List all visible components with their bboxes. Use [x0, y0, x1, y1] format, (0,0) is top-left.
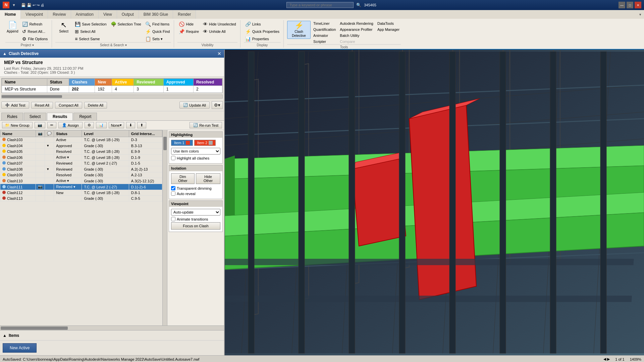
3d-viewport[interactable]: [225, 50, 644, 355]
focus-on-clash-button[interactable]: Focus on Clash: [171, 222, 220, 230]
sets-button[interactable]: 📋 Sets ▾: [144, 36, 171, 42]
compare-button[interactable]: Compare: [338, 39, 375, 44]
reset-all-button[interactable]: ↺ Reset All...: [21, 28, 49, 35]
tab-output[interactable]: Output: [117, 10, 139, 19]
compact-all-button[interactable]: Compact All: [55, 102, 82, 109]
table-row[interactable]: Clash106 Active ▾ T.C. @ Level 1B (-28) …: [0, 155, 162, 161]
table-row[interactable]: Clash113 Grade (-30) C.9-5: [0, 196, 162, 201]
select-all-button[interactable]: ⊞ Select All: [73, 28, 108, 35]
tab-bim360[interactable]: BIM 360 Glue: [139, 10, 173, 19]
auto-reveal-checkbox[interactable]: [171, 191, 175, 196]
delete-all-button[interactable]: Delete All: [84, 102, 107, 109]
quantification-button[interactable]: Quantification: [312, 27, 337, 32]
icon-btn-1[interactable]: 📷: [35, 122, 45, 128]
properties-button[interactable]: 📊 Properties: [244, 36, 281, 42]
save-selection-button[interactable]: 💾 Save Selection: [73, 21, 108, 27]
refresh-button[interactable]: 🔄 Refresh: [21, 21, 49, 27]
table-row[interactable]: Clash104 ▾ Approved Grade (-30) B.3-13: [0, 143, 162, 149]
find-items-button[interactable]: 🔍 Find Items: [144, 21, 171, 27]
none-dropdown[interactable]: None ▾: [109, 122, 124, 128]
collapse-icon[interactable]: ▲: [3, 51, 7, 56]
table-row-selected[interactable]: Clash111 📷 Reviewed ▾ T.C. @ Level 2 (-2…: [0, 184, 162, 190]
item2-button[interactable]: Item 2: [194, 140, 216, 146]
viewpoint-dropdown[interactable]: Auto-update: [171, 209, 220, 216]
selection-tree-button[interactable]: 🌳 Selection Tree: [109, 21, 143, 27]
datatools-button[interactable]: DataTools: [376, 21, 401, 26]
highlight-all-checkbox[interactable]: [171, 156, 175, 160]
tab-viewpoint[interactable]: Viewpoint: [21, 10, 48, 19]
quick-properties-button[interactable]: ⚡ Quick Properties: [244, 28, 281, 35]
table-row[interactable]: Clash103 Active T.C. @ Level 1B (-29) D-…: [0, 137, 162, 143]
icon-btn-2[interactable]: ✏: [47, 122, 56, 128]
collapse-items-icon[interactable]: ▲: [3, 333, 7, 338]
append-button[interactable]: 📄 Append: [5, 21, 19, 34]
icon-btn-5[interactable]: ⬇: [126, 122, 135, 128]
autodesk-rendering-button[interactable]: Autodesk Rendering: [338, 21, 375, 26]
settings-button[interactable]: ⚙▾: [212, 101, 223, 109]
icon-btn-6[interactable]: ⬆: [137, 122, 146, 128]
dim-other-button[interactable]: Dim Other: [171, 173, 195, 184]
tab-view[interactable]: View: [99, 10, 117, 19]
file-options-button[interactable]: ⚙ File Options: [21, 36, 49, 42]
table-row[interactable]: Clash110 Active ▾ Grade (-30) A.3(2)-12.…: [0, 178, 162, 184]
window-controls[interactable]: — □ ✕: [619, 2, 641, 8]
col-clash-name[interactable]: Name: [0, 130, 36, 137]
hide-other-button[interactable]: Hide Other: [196, 173, 220, 184]
table-row[interactable]: Clash105 Resolved T.C. @ Level 1B (-28) …: [0, 149, 162, 155]
table-row[interactable]: Clash112 New T.C. @ Level 1B (-28) D.8-1: [0, 190, 162, 196]
require-button[interactable]: 📌 Require: [177, 28, 200, 35]
unhide-all-button[interactable]: 👁 Unhide All: [202, 28, 237, 35]
hide-button[interactable]: 🚫 Hide: [177, 21, 200, 27]
hide-unselected-button[interactable]: 👁 Hide Unselected: [202, 21, 237, 27]
tab-review[interactable]: Review: [48, 10, 71, 19]
icon-btn-3[interactable]: ⚙: [85, 122, 94, 128]
tab-select[interactable]: Select: [24, 113, 46, 120]
add-test-button[interactable]: ➕ Add Test: [1, 102, 29, 109]
close-button[interactable]: ✕: [635, 2, 641, 8]
timeliner-button[interactable]: TimeLiner: [312, 21, 337, 26]
nav-arrows[interactable]: ◀ ▶: [603, 357, 610, 361]
panel-close-button[interactable]: ✕: [217, 51, 221, 56]
table-row[interactable]: MEP vs Structure Done 202 192 4 3 1 2: [2, 86, 222, 93]
transparent-dimming-checkbox[interactable]: [171, 186, 175, 190]
tab-animation[interactable]: Animation: [71, 10, 99, 19]
reset-all-button[interactable]: Reset All: [31, 102, 53, 109]
appearance-profiler-button[interactable]: Appearance Profiler: [338, 27, 375, 32]
rerun-test-button[interactable]: 🔄 Re-run Test: [190, 122, 222, 128]
update-all-button[interactable]: 🔄 Update All: [179, 102, 210, 109]
links-button[interactable]: 🔗 Links: [244, 21, 281, 27]
tab-rules[interactable]: Rules: [1, 113, 23, 120]
app-manager-button[interactable]: App Manager: [376, 27, 401, 32]
select-same-button[interactable]: ≡ Select Same: [73, 36, 108, 42]
animate-transitions-checkbox[interactable]: [171, 217, 175, 221]
select-button[interactable]: ↖ Select: [55, 21, 72, 34]
vertical-scrollbar[interactable]: [162, 130, 167, 325]
col-grid[interactable]: Grid Interse...: [129, 130, 162, 137]
col-clash-status[interactable]: Status: [54, 130, 82, 137]
color-dropdown[interactable]: Use item colors: [171, 148, 220, 155]
batch-utility-button[interactable]: Batch Utility: [338, 33, 375, 38]
table-row[interactable]: Clash108 ▾ Reviewed Grade (-30) A.2(-2)-…: [0, 166, 162, 172]
new-active-button[interactable]: New Active: [3, 343, 37, 353]
assign-button[interactable]: 👤 Assign: [58, 122, 83, 128]
table-row[interactable]: Clash107 Reviewed T.C. @ Level 2 (-27) D…: [0, 161, 162, 166]
animator-button[interactable]: Animator: [312, 33, 337, 38]
tab-render[interactable]: Render: [173, 10, 196, 19]
col-clash-level[interactable]: Level: [82, 130, 129, 137]
item1-button[interactable]: Item 1: [171, 140, 193, 146]
quick-find-button[interactable]: ⚡ Quick Find: [144, 28, 171, 35]
table-row[interactable]: Clash109 Resolved Grade (-30) A.2-13: [0, 172, 162, 178]
search-input[interactable]: [286, 2, 354, 8]
icon-btn-4[interactable]: 📊: [96, 122, 107, 128]
clash-list[interactable]: Name 📷 💬 Status Level Grid Interse... Cl…: [0, 130, 162, 325]
clash-detective-button[interactable]: ⚡ Clash Detective: [287, 21, 311, 39]
tab-report[interactable]: Report: [73, 113, 97, 120]
minimize-button[interactable]: —: [619, 2, 625, 8]
new-group-button[interactable]: 📁 New Group: [2, 122, 33, 128]
h-scrollbar[interactable]: [1, 95, 223, 99]
tab-home[interactable]: Home: [0, 10, 21, 19]
bottom-h-scrollbar[interactable]: [0, 325, 224, 330]
tab-results[interactable]: Results: [47, 113, 73, 120]
scripter-button[interactable]: Scripter: [312, 39, 337, 44]
maximize-button[interactable]: □: [627, 2, 633, 8]
